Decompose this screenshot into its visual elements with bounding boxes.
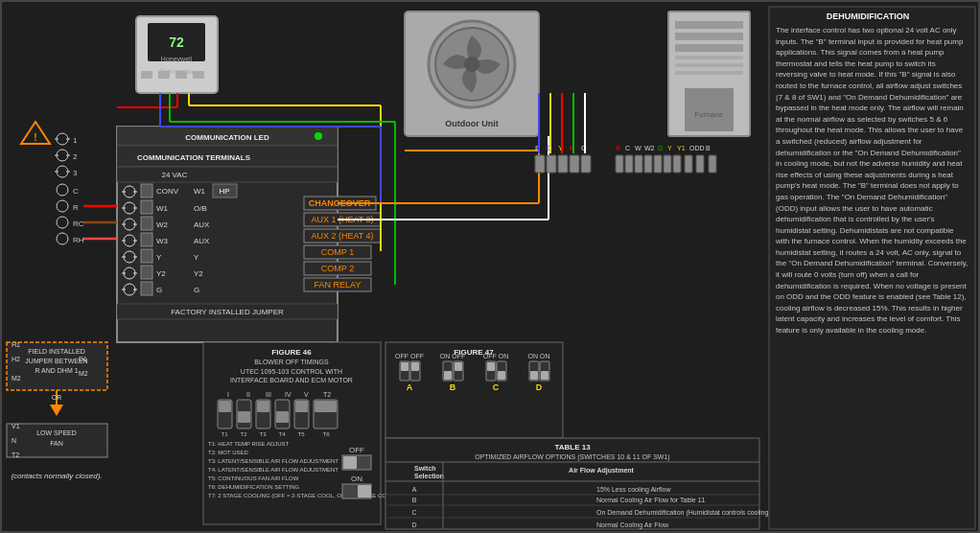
svg-text:FAN: FAN xyxy=(50,440,63,447)
svg-text:M2: M2 xyxy=(79,370,88,377)
svg-rect-126 xyxy=(616,155,623,173)
svg-text:IV: IV xyxy=(285,391,292,398)
svg-text:G: G xyxy=(194,286,199,294)
svg-text:V1: V1 xyxy=(12,423,20,429)
svg-text:FIELD INSTALLED: FIELD INSTALLED xyxy=(28,348,84,355)
svg-text:Y: Y xyxy=(194,253,199,262)
svg-rect-74 xyxy=(141,282,152,295)
svg-rect-245 xyxy=(530,371,538,380)
svg-text:OFF ON: OFF ON xyxy=(483,353,508,359)
svg-rect-198 xyxy=(238,411,250,423)
svg-text:Y: Y xyxy=(667,145,672,151)
svg-text:RC: RC xyxy=(73,220,84,228)
wiring-diagram-svg: 72 Honeywell Thermostat Outdoor Unit Fur… xyxy=(2,2,980,533)
svg-rect-221 xyxy=(358,485,371,498)
svg-rect-68 xyxy=(141,266,152,279)
svg-text:H2: H2 xyxy=(12,356,20,362)
svg-text:B: B xyxy=(706,145,711,151)
svg-rect-113 xyxy=(547,155,556,173)
svg-rect-201 xyxy=(295,401,308,412)
svg-text:RH: RH xyxy=(73,236,84,244)
svg-rect-228 xyxy=(411,362,419,371)
svg-text:T1: T1 xyxy=(221,431,228,437)
svg-rect-17 xyxy=(675,33,743,40)
svg-rect-200 xyxy=(276,411,289,423)
svg-rect-30 xyxy=(117,167,338,182)
svg-rect-234 xyxy=(455,362,462,371)
svg-text:M2: M2 xyxy=(12,375,21,382)
svg-rect-133 xyxy=(685,155,692,173)
svg-rect-20 xyxy=(675,63,743,67)
svg-text:Normal Cooling Air Flow: Normal Cooling Air Flow xyxy=(596,521,669,529)
svg-text:W2: W2 xyxy=(156,220,169,229)
svg-text:COMP 1: COMP 1 xyxy=(321,247,354,257)
svg-rect-131 xyxy=(664,155,671,173)
svg-text:T5: T5 xyxy=(297,431,305,437)
svg-text:N: N xyxy=(12,437,16,444)
svg-rect-202 xyxy=(315,401,337,412)
svg-text:A: A xyxy=(412,486,417,493)
svg-text:W1: W1 xyxy=(156,204,169,213)
svg-rect-134 xyxy=(696,155,704,173)
svg-text:C: C xyxy=(73,187,79,196)
svg-text:T2: T2 xyxy=(240,431,247,437)
svg-text:72: 72 xyxy=(169,35,184,50)
svg-text:R: R xyxy=(616,145,620,151)
svg-rect-62 xyxy=(141,249,152,263)
svg-rect-21 xyxy=(675,71,743,75)
svg-text:H1: H1 xyxy=(12,341,20,348)
svg-text:BLOWER OFF TIMINGS: BLOWER OFF TIMINGS xyxy=(254,359,329,365)
svg-text:B: B xyxy=(412,497,417,503)
svg-text:B: B xyxy=(450,382,456,392)
svg-rect-199 xyxy=(257,401,269,412)
svg-text:Honeywell: Honeywell xyxy=(161,56,193,63)
svg-text:Normal Cooling Air Flow for Ta: Normal Cooling Air Flow for Table 11 xyxy=(596,497,706,504)
svg-text:Switch: Switch xyxy=(414,465,436,472)
svg-text:COMMUNICATION TERMINALS: COMMUNICATION TERMINALS xyxy=(137,153,251,162)
svg-text:OFF: OFF xyxy=(349,446,364,454)
svg-text:W1: W1 xyxy=(194,187,206,196)
svg-text:T3: LATENT/SENSIBLE AIR FLOW A: T3: LATENT/SENSIBLE AIR FLOW ADJUSTMENT xyxy=(208,458,338,464)
svg-rect-246 xyxy=(541,371,548,380)
svg-point-27 xyxy=(315,132,322,140)
svg-text:1: 1 xyxy=(73,136,78,145)
svg-rect-135 xyxy=(709,155,716,173)
svg-text:24 VAC: 24 VAC xyxy=(162,171,188,179)
svg-text:OPTIMIZED AIRFLOW OPTIONS (SWI: OPTIMIZED AIRFLOW OPTIONS (SWITCHES 10 &… xyxy=(475,453,669,461)
svg-text:!: ! xyxy=(34,132,36,143)
svg-text:T3: T3 xyxy=(259,431,267,437)
svg-text:Y2: Y2 xyxy=(156,269,166,278)
svg-rect-56 xyxy=(141,233,152,246)
svg-text:R AND DHM 1: R AND DHM 1 xyxy=(35,367,78,374)
svg-text:III: III xyxy=(266,391,271,398)
svg-text:Outdoor Unit: Outdoor Unit xyxy=(445,119,499,128)
svg-text:G: G xyxy=(156,286,162,294)
svg-text:INTERFACE BOARD AND ECM MOTOR: INTERFACE BOARD AND ECM MOTOR xyxy=(230,377,353,383)
svg-text:15% Less cooling Airflow: 15% Less cooling Airflow xyxy=(596,486,671,494)
svg-rect-132 xyxy=(673,155,681,173)
svg-text:T4: LATENT/SENSIBLE AIR FLOW A: T4: LATENT/SENSIBLE AIR FLOW ADJUSTMENT xyxy=(208,467,338,473)
svg-text:COMMUNICATION LED: COMMUNICATION LED xyxy=(185,133,269,142)
svg-rect-115 xyxy=(570,155,579,173)
svg-text:Y1: Y1 xyxy=(677,145,686,151)
svg-rect-233 xyxy=(444,371,452,380)
svg-text:V: V xyxy=(304,391,309,398)
svg-text:COMP 2: COMP 2 xyxy=(321,264,354,273)
svg-rect-128 xyxy=(635,155,642,173)
svg-text:C: C xyxy=(411,509,416,516)
svg-text:(contacts normally closed).: (contacts normally closed). xyxy=(11,472,102,480)
svg-text:T2: T2 xyxy=(12,452,19,458)
svg-text:D: D xyxy=(536,382,543,392)
svg-text:T2: T2 xyxy=(323,391,331,398)
svg-text:ODD: ODD xyxy=(689,145,705,151)
svg-text:FAN RELAY: FAN RELAY xyxy=(315,280,362,290)
svg-text:ON: ON xyxy=(351,475,362,483)
svg-text:ON ON: ON ON xyxy=(528,353,550,359)
svg-text:2: 2 xyxy=(73,152,78,161)
svg-rect-19 xyxy=(675,56,743,59)
svg-text:II: II xyxy=(246,391,250,398)
svg-rect-218 xyxy=(343,456,357,469)
svg-rect-9 xyxy=(193,71,204,79)
svg-text:R: R xyxy=(73,203,79,212)
svg-text:LOW SPEED: LOW SPEED xyxy=(36,429,77,436)
